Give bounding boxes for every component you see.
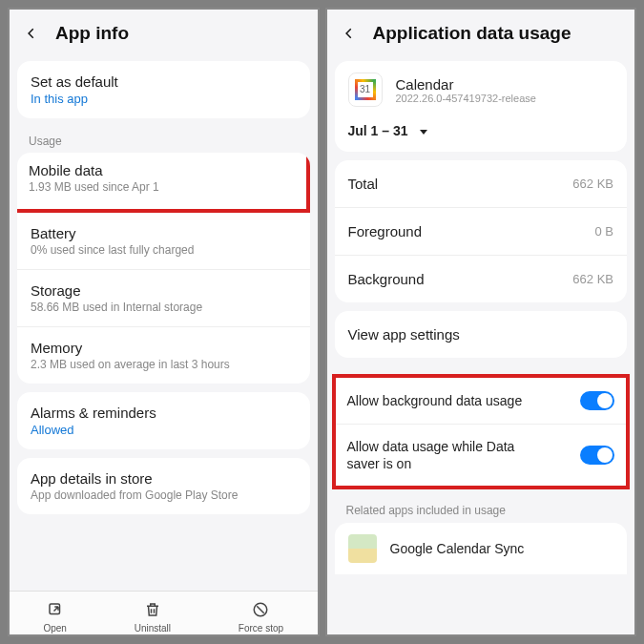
stats-card: Total 662 KB Foreground 0 B Background 6… [335,160,628,302]
details-row[interactable]: App details in store App downloaded from… [17,458,310,514]
background-row: Background 662 KB [335,256,628,302]
alarms-row[interactable]: Alarms & reminders Allowed [17,392,310,449]
details-card: App details in store App downloaded from… [17,458,310,514]
allow-datasaver-row[interactable]: Allow data usage while Data saver is on [336,425,627,486]
right-header: Application data usage [327,10,635,61]
set-default-title: Set as default [31,73,297,90]
app-header: Calendar 2022.26.0-457419732-release [335,61,628,122]
date-range-picker[interactable]: Jul 1 – 31 [335,123,443,152]
alarms-title: Alarms & reminders [31,405,297,421]
battery-title: Battery [31,225,297,241]
open-label: Open [43,623,66,634]
stop-icon [252,601,269,620]
total-value: 662 KB [572,177,613,191]
page-title: App info [55,23,129,44]
details-sub: App downloaded from Google Play Store [31,488,297,502]
date-range-label: Jul 1 – 31 [348,123,408,138]
details-title: App details in store [31,470,297,487]
total-row: Total 662 KB [335,160,628,208]
set-default-row[interactable]: Set as default In this app [17,61,310,118]
memory-sub: 2.3 MB used on average in last 3 hours [31,358,297,371]
set-default-sub: In this app [31,92,297,106]
allow-bg-row[interactable]: Allow background data usage [336,378,627,425]
app-version: 2022.26.0-457419732-release [396,93,536,104]
back-icon[interactable] [25,27,38,40]
chevron-down-icon [418,125,429,136]
app-name: Calendar [396,76,536,93]
allow-bg-label: Allow background data usage [347,392,523,409]
mobile-data-title: Mobile data [29,162,293,178]
storage-row[interactable]: Storage 58.66 MB used in Internal storag… [17,270,310,327]
allow-bg-toggle[interactable] [580,391,614,410]
view-app-settings-row[interactable]: View app settings [335,311,628,358]
uninstall-button[interactable]: Uninstall [135,601,171,634]
memory-title: Memory [31,340,297,356]
allow-datasaver-label: Allow data usage while Data saver is on [347,438,538,472]
trash-icon [144,601,161,620]
open-button[interactable]: Open [43,601,66,634]
foreground-value: 0 B [594,224,613,239]
open-icon [47,601,64,620]
data-usage-screen: Application data usage Calendar 2022.26.… [325,8,637,636]
app-summary-card: Calendar 2022.26.0-457419732-release Jul… [335,61,628,152]
storage-sub: 58.66 MB used in Internal storage [31,301,297,314]
view-settings-card: View app settings [335,311,628,358]
mobile-data-sub: 1.93 MB used since Apr 1 [29,180,293,194]
alarms-sub: Allowed [31,423,297,437]
related-section-label: Related apps included in usage [327,498,635,523]
view-settings-label: View app settings [348,326,460,343]
related-app-name: Google Calendar Sync [390,541,525,556]
battery-row[interactable]: Battery 0% used since last fully charged [17,213,310,270]
memory-row[interactable]: Memory 2.3 MB used on average in last 3 … [17,327,310,384]
sync-app-icon [348,534,377,563]
storage-title: Storage [31,282,297,299]
left-header: App info [10,10,318,61]
usage-card: Mobile data 1.93 MB used since Apr 1 Bat… [17,153,310,384]
mobile-data-row[interactable]: Mobile data 1.93 MB used since Apr 1 [17,153,310,213]
foreground-label: Foreground [348,223,423,239]
force-stop-button[interactable]: Force stop [239,601,283,634]
background-value: 662 KB [572,272,613,286]
battery-sub: 0% used since last fully charged [31,243,297,257]
svg-marker-2 [420,130,427,135]
back-icon[interactable] [343,27,356,40]
app-info-screen: App info Set as default In this app Usag… [8,8,320,636]
alarms-card: Alarms & reminders Allowed [17,392,310,449]
background-label: Background [348,271,425,287]
total-label: Total [348,176,379,192]
uninstall-label: Uninstall [135,623,171,634]
page-title: Application data usage [373,23,571,44]
force-stop-label: Force stop [239,623,283,634]
toggles-card: Allow background data usage Allow data u… [332,374,631,489]
usage-section-label: Usage [10,127,318,153]
calendar-app-icon [348,73,383,107]
allow-datasaver-toggle[interactable] [580,446,614,465]
set-default-card: Set as default In this app [17,61,310,118]
related-app-row[interactable]: Google Calendar Sync [335,523,628,574]
foreground-row: Foreground 0 B [335,208,628,256]
bottom-bar: Open Uninstall Force stop [10,591,318,634]
